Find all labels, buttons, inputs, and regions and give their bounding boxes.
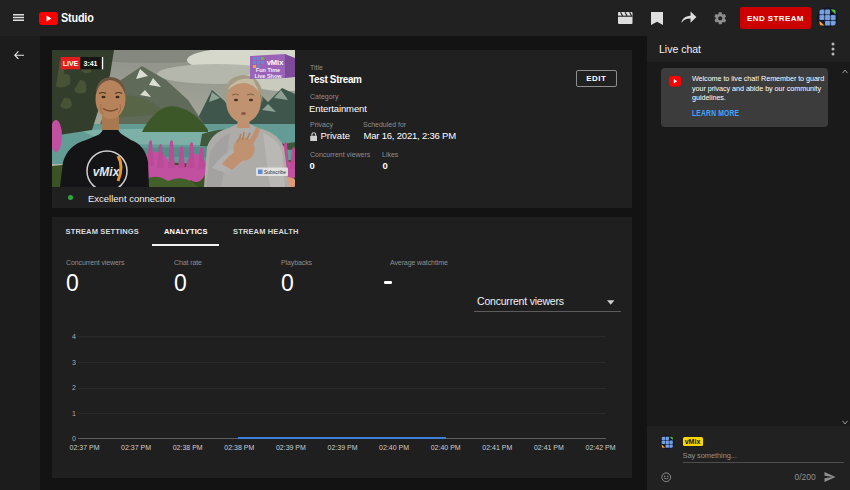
svg-text:3:41: 3:41 bbox=[83, 60, 97, 67]
svg-text:LIVE: LIVE bbox=[63, 60, 79, 67]
svg-text:Live Show: Live Show bbox=[254, 73, 282, 79]
svg-text:Subscribe: Subscribe bbox=[264, 169, 286, 175]
svg-text:vMix: vMix bbox=[93, 165, 121, 179]
svg-text:vMix: vMix bbox=[267, 58, 285, 67]
